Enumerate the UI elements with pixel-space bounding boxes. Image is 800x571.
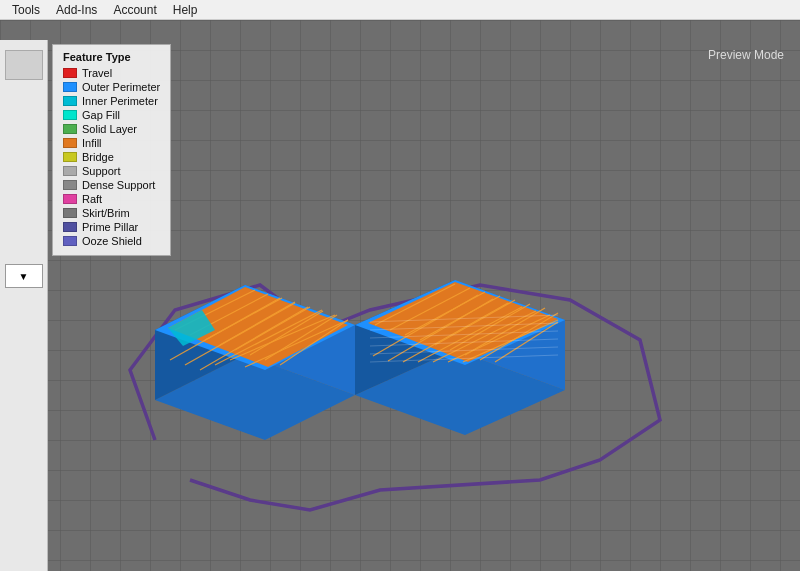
legend-color-swatch xyxy=(63,222,77,232)
legend-color-swatch xyxy=(63,236,77,246)
legend-row: Outer Perimeter xyxy=(63,81,160,93)
legend-color-swatch xyxy=(63,124,77,134)
legend-item-label: Bridge xyxy=(82,151,114,163)
legend-color-swatch xyxy=(63,82,77,92)
menu-bar: Tools Add-Ins Account Help xyxy=(0,0,800,20)
legend-item-label: Skirt/Brim xyxy=(82,207,130,219)
legend-item-label: Outer Perimeter xyxy=(82,81,160,93)
legend-item-label: Infill xyxy=(82,137,102,149)
legend-color-swatch xyxy=(63,96,77,106)
legend-color-swatch xyxy=(63,166,77,176)
legend-row: Ooze Shield xyxy=(63,235,160,247)
legend-color-swatch xyxy=(63,208,77,218)
legend-item-label: Ooze Shield xyxy=(82,235,142,247)
legend-title: Feature Type xyxy=(63,51,160,63)
legend-color-swatch xyxy=(63,194,77,204)
legend-item-label: Gap Fill xyxy=(82,109,120,121)
panel-dropdown[interactable]: ▼ xyxy=(5,264,43,288)
legend-item-label: Solid Layer xyxy=(82,123,137,135)
legend-row: Dense Support xyxy=(63,179,160,191)
legend-item-label: Inner Perimeter xyxy=(82,95,158,107)
menu-tools[interactable]: Tools xyxy=(4,1,48,19)
legend-item-label: Prime Pillar xyxy=(82,221,138,233)
legend-row: Infill xyxy=(63,137,160,149)
legend-color-swatch xyxy=(63,138,77,148)
legend-row: Travel xyxy=(63,67,160,79)
legend-item-label: Support xyxy=(82,165,121,177)
left-panel: ▼ xyxy=(0,40,48,571)
preview-mode-label: Preview Mode xyxy=(708,48,784,62)
menu-account[interactable]: Account xyxy=(105,1,164,19)
legend-row: Raft xyxy=(63,193,160,205)
legend-color-swatch xyxy=(63,110,77,120)
legend-item-label: Dense Support xyxy=(82,179,155,191)
legend-row: Bridge xyxy=(63,151,160,163)
legend-color-swatch xyxy=(63,68,77,78)
feature-type-legend: Feature Type TravelOuter PerimeterInner … xyxy=(52,44,171,256)
legend-color-swatch xyxy=(63,180,77,190)
legend-row: Inner Perimeter xyxy=(63,95,160,107)
menu-help[interactable]: Help xyxy=(165,1,206,19)
legend-row: Prime Pillar xyxy=(63,221,160,233)
legend-item-label: Raft xyxy=(82,193,102,205)
legend-row: Gap Fill xyxy=(63,109,160,121)
legend-color-swatch xyxy=(63,152,77,162)
legend-row: Support xyxy=(63,165,160,177)
menu-addins[interactable]: Add-Ins xyxy=(48,1,105,19)
legend-item-label: Travel xyxy=(82,67,112,79)
legend-row: Skirt/Brim xyxy=(63,207,160,219)
3d-viewport[interactable]: ▼ xyxy=(0,20,800,571)
legend-row: Solid Layer xyxy=(63,123,160,135)
panel-button-1[interactable] xyxy=(5,50,43,80)
